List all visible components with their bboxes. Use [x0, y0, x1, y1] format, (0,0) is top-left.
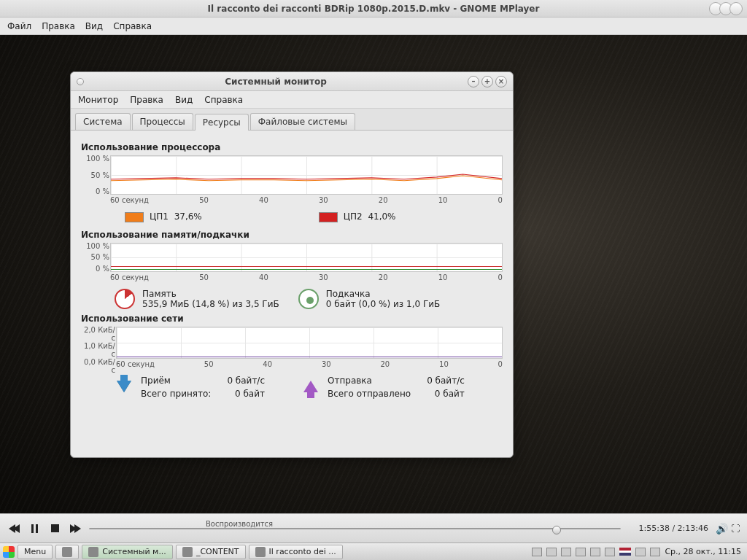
- keyboard-layout-icon[interactable]: [619, 548, 631, 556]
- tx-rate: 0 байт/с: [427, 376, 465, 386]
- system-monitor-window: Системный монитор – + × Монитор Правка В…: [70, 71, 514, 458]
- mplayer-title: Il racconto dei racconti BDRip 1080p.201…: [208, 4, 540, 14]
- start-menu-button[interactable]: Menu: [18, 545, 53, 559]
- mem-ylabels: 100 %50 %0 %: [80, 242, 109, 273]
- time-display: 1:55:38 / 2:13:46: [628, 524, 708, 533]
- stop-button[interactable]: [48, 522, 61, 535]
- system-tray: Ср., 28 окт., 11:15: [532, 547, 747, 556]
- memory-value: 535,9 МиБ (14,8 %) из 3,5 ГиБ: [142, 299, 279, 309]
- rx-rate: 0 байт/с: [227, 376, 265, 386]
- tray-icon[interactable]: [590, 548, 600, 556]
- tray-icon[interactable]: [561, 548, 571, 556]
- tab-filesystems[interactable]: Файловые системы: [250, 113, 355, 130]
- clock[interactable]: Ср., 28 окт., 11:15: [665, 547, 741, 556]
- sysmon-menubar: Монитор Правка Вид Справка: [71, 91, 513, 109]
- net-xlabels: 60 секунд50403020100: [116, 359, 503, 368]
- playback-status: Воспроизводится: [206, 520, 273, 528]
- volume-icon[interactable]: 🔊: [716, 523, 728, 534]
- sysmon-tabs: Система Процессы Ресурсы Файловые систем…: [71, 109, 513, 131]
- net-rx-info: Приём0 байт/с Всего принято:0 байт: [115, 376, 265, 399]
- tray-icon[interactable]: [635, 548, 646, 556]
- start-menu-icon[interactable]: [3, 546, 15, 558]
- tab-system[interactable]: Система: [75, 113, 131, 130]
- video-icon: [255, 547, 266, 557]
- cpu-section-title: Использование процессора: [81, 142, 503, 152]
- mplayer-titlebar[interactable]: Il racconto dei racconti BDRip 1080p.201…: [0, 0, 747, 18]
- mplayer-menubar: Файл Правка Вид Справка: [0, 18, 747, 35]
- cpu-chart: 100 %50 %0 %: [110, 155, 503, 195]
- tx-total-label: Всего отправлено: [328, 389, 411, 399]
- swap-info: Подкачка 0 байт (0,0 %) из 1,0 ГиБ: [298, 289, 441, 309]
- tx-name: Отправка: [328, 376, 411, 386]
- swap-pie-icon: [298, 289, 319, 309]
- net-ylabels: 2,0 КиБ/с1,0 КиБ/с0,0 КиБ/с: [80, 326, 115, 359]
- tab-resources[interactable]: Ресурсы: [195, 114, 249, 131]
- menu-edit[interactable]: Правка: [42, 21, 75, 31]
- fullscreen-icon[interactable]: ⛶: [731, 524, 740, 534]
- menu-help[interactable]: Справка: [204, 95, 243, 105]
- tray-icon[interactable]: [605, 548, 615, 556]
- cpu-legend-2[interactable]: ЦП2 41,0%: [319, 211, 396, 222]
- cpu-legend-1[interactable]: ЦП1 37,6%: [125, 211, 202, 222]
- memory-info: Память 535,9 МиБ (14,8 %) из 3,5 ГиБ: [115, 289, 279, 309]
- window-menu-icon[interactable]: [77, 78, 84, 85]
- player-controls: Воспроизводится 1:55:38 / 2:13:46 🔊 ⛶: [0, 513, 747, 542]
- mem-chart: 100 %50 %0 %: [110, 243, 503, 272]
- net-chart: 2,0 КиБ/с1,0 КиБ/с0,0 КиБ/с: [116, 327, 503, 359]
- swap-value: 0 байт (0,0 %) из 1,0 ГиБ: [326, 299, 441, 309]
- sysmon-icon: [88, 547, 98, 557]
- tray-icon[interactable]: [576, 548, 586, 556]
- menu-monitor[interactable]: Монитор: [78, 95, 118, 105]
- desktop-icon: [62, 547, 72, 557]
- rx-total-label: Всего принято:: [141, 389, 211, 399]
- mem-section-title: Использование памяти/подкачки: [81, 230, 503, 240]
- net-section-title: Использование сети: [81, 314, 503, 324]
- minimize-button[interactable]: –: [468, 76, 479, 88]
- seek-thumb[interactable]: [552, 526, 561, 534]
- memory-pie-icon: [115, 289, 135, 309]
- sysmon-title: Системный монитор: [84, 77, 468, 87]
- menu-view[interactable]: Вид: [85, 21, 103, 31]
- download-arrow-icon: [115, 376, 133, 397]
- tray-icon[interactable]: [546, 548, 557, 556]
- tray-icon[interactable]: [532, 548, 542, 556]
- taskbar-app-sysmon[interactable]: Системный м...: [82, 545, 173, 559]
- tx-total: 0 байт: [427, 389, 465, 399]
- menu-help[interactable]: Справка: [113, 21, 152, 31]
- cpu-xlabels: 60 секунд50403020100: [110, 195, 503, 204]
- folder-icon: [182, 547, 193, 557]
- close-button[interactable]: ×: [495, 76, 507, 88]
- cpu-ylabels: 100 %50 %0 %: [80, 155, 109, 195]
- memory-label: Память: [142, 289, 279, 299]
- taskbar-app-mplayer[interactable]: Il racconto dei ...: [249, 545, 343, 559]
- net-tx-info: Отправка0 байт/с Всего отправлено0 байт: [301, 376, 465, 399]
- tray-icon[interactable]: [650, 548, 660, 556]
- menu-edit[interactable]: Правка: [130, 95, 163, 105]
- taskbar: Menu Системный м... _CONTENT Il racconto…: [0, 542, 747, 560]
- menu-view[interactable]: Вид: [175, 95, 193, 105]
- upload-arrow-icon: [301, 376, 320, 397]
- window-buttons: [712, 2, 743, 15]
- maximize-button[interactable]: +: [481, 76, 493, 88]
- next-button[interactable]: [69, 522, 82, 535]
- pause-button[interactable]: [28, 522, 41, 535]
- prev-button[interactable]: [7, 522, 20, 535]
- rx-total: 0 байт: [227, 389, 265, 399]
- mem-xlabels: 60 секунд50403020100: [110, 272, 503, 281]
- menu-file[interactable]: Файл: [7, 21, 31, 31]
- seek-slider[interactable]: [89, 528, 621, 529]
- taskbar-app-content[interactable]: _CONTENT: [176, 545, 246, 559]
- cpu-legend: ЦП1 37,6% ЦП2 41,0%: [125, 211, 503, 222]
- sysmon-body: Использование процессора 100 %50 %0 % 60…: [71, 131, 513, 411]
- tab-processes[interactable]: Процессы: [132, 113, 193, 130]
- sysmon-titlebar[interactable]: Системный монитор – + ×: [71, 72, 513, 91]
- close-button[interactable]: [729, 2, 743, 15]
- rx-name: Приём: [141, 376, 211, 386]
- swap-label: Подкачка: [326, 289, 441, 299]
- show-desktop-button[interactable]: [55, 545, 79, 559]
